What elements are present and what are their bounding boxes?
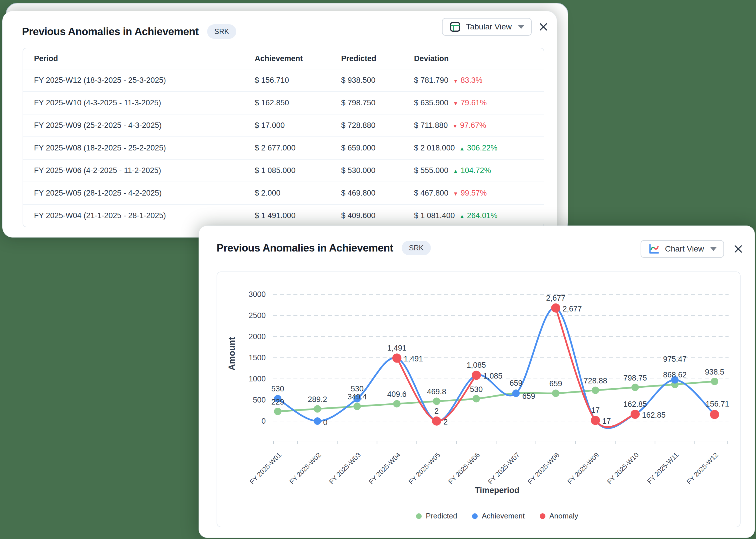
triangle-up-icon: ▲ bbox=[459, 146, 465, 152]
anomaly-point bbox=[630, 410, 640, 419]
x-tick-label: FY 2025-W09 bbox=[566, 451, 601, 486]
tabular-view-dropdown[interactable]: Tabular View bbox=[442, 18, 532, 36]
deviation-value: $ 1 081.400 bbox=[414, 211, 455, 220]
legend-label: Predicted bbox=[426, 511, 457, 520]
y-tick-label: 1500 bbox=[248, 353, 266, 362]
predicted-point bbox=[353, 403, 361, 410]
deviation-value: $ 555.000 bbox=[414, 166, 448, 175]
deviation-percent: 104.72% bbox=[461, 166, 491, 175]
tabular-view-label: Tabular View bbox=[466, 22, 512, 32]
achievement-label: 2,677 bbox=[546, 294, 565, 302]
predicted-point bbox=[473, 395, 480, 403]
table-grid-icon bbox=[449, 21, 461, 33]
predicted-point bbox=[711, 378, 718, 385]
predicted-point bbox=[631, 384, 639, 391]
deviation-percent: 97.67% bbox=[460, 121, 486, 130]
table-row: FY 2025-W04 (21-1-2025 - 28-1-2025)$ 1 4… bbox=[23, 205, 544, 227]
y-axis-title: Amount bbox=[227, 331, 237, 377]
anomaly-label: 156.71 bbox=[706, 400, 729, 408]
predicted-point bbox=[393, 400, 401, 407]
x-tick-label: FY 2025-W05 bbox=[407, 451, 442, 486]
x-axis-title: Timeperiod bbox=[254, 486, 740, 495]
cell-period: FY 2025-W06 (4-2-2025 - 11-2-2025) bbox=[23, 166, 244, 175]
legend-item-anomaly[interactable]: Anomaly bbox=[540, 511, 578, 520]
cell-predicted: $ 530.000 bbox=[330, 166, 403, 175]
triangle-down-icon: ▼ bbox=[453, 191, 458, 197]
anomaly-point bbox=[432, 417, 441, 426]
anomaly-point bbox=[591, 416, 600, 425]
cell-deviation: $ 635.900▼79.61% bbox=[403, 99, 544, 107]
y-tick-label: 500 bbox=[253, 396, 266, 404]
column-header-achievement: Achievement bbox=[244, 54, 330, 63]
cell-predicted: $ 659.000 bbox=[330, 144, 403, 152]
x-tick-label: FY 2025-W10 bbox=[606, 451, 640, 486]
chart-view-dropdown[interactable]: Chart View bbox=[640, 240, 724, 258]
x-tick-label: FY 2025-W06 bbox=[447, 451, 481, 486]
predicted-label: 868.62 bbox=[663, 370, 687, 379]
x-tick-label: FY 2025-W03 bbox=[328, 451, 362, 486]
triangle-up-icon: ▲ bbox=[453, 168, 458, 174]
predicted-label: 349.4 bbox=[347, 393, 367, 401]
x-tick-label: FY 2025-W12 bbox=[685, 451, 720, 486]
predicted-point bbox=[433, 397, 440, 405]
legend-dot-icon bbox=[540, 513, 545, 519]
anomaly-point bbox=[472, 370, 481, 380]
predicted-point bbox=[552, 389, 559, 397]
chart-modal-header: Previous Anomalies in Achievement SRK bbox=[217, 241, 431, 255]
cell-achievement: $ 1 085.000 bbox=[244, 166, 330, 175]
chevron-down-icon bbox=[518, 25, 524, 29]
predicted-label: 530 bbox=[470, 385, 483, 394]
cell-predicted: $ 409.600 bbox=[330, 211, 403, 220]
deviation-value: $ 635.900 bbox=[414, 99, 448, 107]
legend-dot-icon bbox=[416, 513, 422, 519]
line-chart-icon bbox=[648, 243, 660, 255]
predicted-label: 728.88 bbox=[584, 377, 608, 385]
predicted-label: 798.75 bbox=[623, 374, 647, 382]
deviation-percent: 79.61% bbox=[461, 99, 487, 107]
anomaly-label: 1,491 bbox=[404, 354, 423, 363]
tabular-modal-header: Previous Anomalies in Achievement SRK bbox=[22, 24, 236, 39]
deviation-percent: 264.01% bbox=[467, 211, 498, 220]
x-tick-label: FY 2025-W08 bbox=[526, 451, 561, 486]
table-body: FY 2025-W12 (18-3-2025 - 25-3-2025)$ 156… bbox=[23, 69, 544, 227]
table-row: FY 2025-W09 (25-2-2025 - 4-3-2025)$ 17.0… bbox=[23, 115, 544, 137]
srk-badge: SRK bbox=[402, 241, 430, 255]
y-tick-label: 3000 bbox=[248, 290, 266, 299]
y-tick-label: 1000 bbox=[248, 375, 266, 383]
achievement-label: 530 bbox=[350, 385, 363, 393]
legend-dot-icon bbox=[472, 513, 478, 519]
achievement-point bbox=[314, 418, 321, 425]
achievement-point bbox=[512, 389, 520, 397]
table-row: FY 2025-W12 (18-3-2025 - 25-3-2025)$ 156… bbox=[23, 69, 544, 92]
cell-deviation: $ 2 018.000▲306.22% bbox=[403, 144, 544, 152]
close-chart-modal-button[interactable] bbox=[732, 242, 745, 256]
legend-label: Achievement bbox=[482, 511, 524, 520]
deviation-percent: 99.57% bbox=[461, 189, 487, 197]
close-tabular-modal-button[interactable] bbox=[537, 20, 550, 34]
deviation-percent: 83.3% bbox=[461, 76, 483, 85]
deviation-percent: 306.22% bbox=[467, 144, 498, 152]
anomaly-point bbox=[710, 410, 719, 419]
predicted-label: 938.5 bbox=[705, 368, 724, 376]
triangle-down-icon: ▼ bbox=[452, 123, 458, 129]
triangle-up-icon: ▲ bbox=[459, 213, 465, 219]
cell-achievement: $ 2 677.000 bbox=[244, 144, 330, 152]
legend-item-predicted[interactable]: Predicted bbox=[416, 511, 457, 520]
table-row: FY 2025-W10 (4-3-2025 - 11-3-2025)$ 162.… bbox=[23, 92, 544, 115]
tabular-modal: Previous Anomalies in Achievement SRK Ta… bbox=[2, 11, 557, 238]
chart-view-label: Chart View bbox=[665, 244, 704, 254]
predicted-label: 289.2 bbox=[308, 395, 327, 404]
predicted-point bbox=[314, 405, 321, 413]
cell-predicted: $ 728.880 bbox=[330, 121, 403, 130]
anomalies-table: Period Achievement Predicted Deviation F… bbox=[23, 48, 544, 227]
anomaly-point bbox=[551, 303, 560, 313]
legend-item-achievement[interactable]: Achievement bbox=[472, 511, 524, 520]
cell-achievement: $ 1 491.000 bbox=[244, 211, 330, 220]
deviation-value: $ 711.880 bbox=[414, 121, 448, 130]
achievement-label: 162.85 bbox=[623, 400, 647, 409]
deviation-value: $ 467.800 bbox=[414, 189, 448, 197]
table-row: FY 2025-W08 (18-2-2025 - 25-2-2025)$ 2 6… bbox=[23, 137, 544, 160]
cell-achievement: $ 156.710 bbox=[244, 76, 330, 85]
achievement-line bbox=[278, 308, 714, 428]
x-tick-label: FY 2025-W11 bbox=[646, 451, 680, 485]
